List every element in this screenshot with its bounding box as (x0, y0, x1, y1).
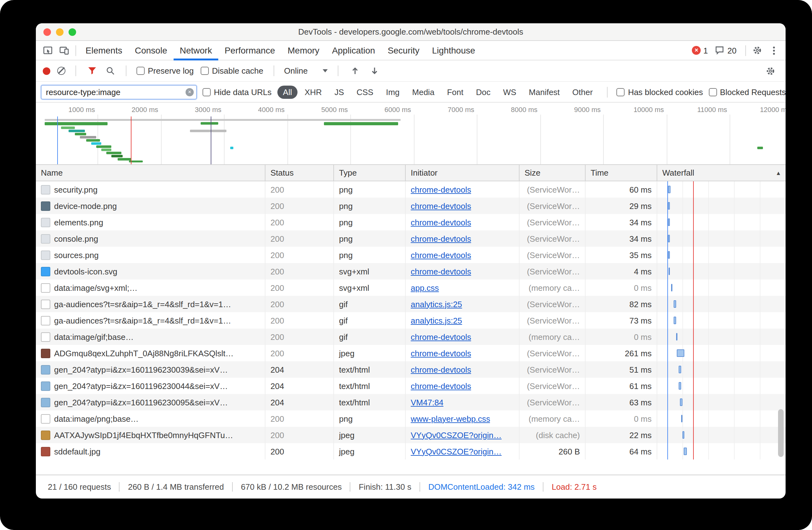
filter-pill-font[interactable]: Font (441, 85, 469, 98)
table-row[interactable]: security.png200pngchrome-devtools(Servic… (36, 181, 786, 198)
clear-filter-icon[interactable]: × (186, 88, 194, 96)
table-row[interactable]: gen_204?atyp=i&zx=1601196230044&sei=xV…2… (36, 378, 786, 394)
table-row[interactable]: ga-audiences?t=sr&aip=1&_r=4&slf_rd=1&v=… (36, 312, 786, 329)
network-settings-button[interactable] (762, 63, 779, 78)
ruler-label: 7000 ms (448, 106, 474, 113)
filter-pill-manifest[interactable]: Manifest (523, 85, 565, 98)
column-header-size[interactable]: Size (520, 165, 585, 181)
column-header-type[interactable]: Type (334, 165, 406, 181)
column-header-time[interactable]: Time (585, 165, 657, 181)
initiator-link[interactable]: chrome-devtools (411, 201, 471, 211)
filter-pill-css[interactable]: CSS (351, 85, 379, 98)
disable-cache-checkbox[interactable] (201, 67, 209, 75)
tab-security[interactable]: Security (381, 41, 426, 60)
table-row[interactable]: sddefault.jpg200jpegVYyQv0CSZOE?origin…2… (36, 443, 786, 460)
preserve-log-checkbox[interactable] (136, 67, 145, 75)
initiator-link[interactable]: chrome-devtools (411, 365, 471, 374)
device-toolbar-button[interactable] (56, 43, 72, 58)
blocked-requests-checkbox[interactable] (709, 88, 717, 96)
tab-lighthouse[interactable]: Lighthouse (426, 41, 481, 60)
divider (607, 86, 608, 97)
issues-button[interactable] (713, 43, 725, 58)
network-overview[interactable]: 1000 ms2000 ms3000 ms4000 ms5000 ms6000 … (36, 102, 786, 164)
initiator-link[interactable]: VYyQv0CSZOE?origin… (411, 430, 502, 440)
search-button[interactable] (104, 63, 116, 78)
initiator-link[interactable]: chrome-devtools (411, 218, 471, 227)
initiator-link[interactable]: chrome-devtools (411, 250, 471, 260)
filter-pill-other[interactable]: Other (567, 85, 598, 98)
initiator-link[interactable]: chrome-devtools (411, 348, 471, 358)
throttling-select[interactable]: Online (284, 66, 328, 75)
has-blocked-cookies-checkbox[interactable] (617, 88, 625, 96)
tab-performance[interactable]: Performance (218, 41, 281, 60)
column-header-status[interactable]: Status (265, 165, 334, 181)
table-row[interactable]: elements.png200pngchrome-devtools(Servic… (36, 214, 786, 231)
more-options-button[interactable] (766, 43, 782, 58)
minimize-button[interactable] (56, 28, 63, 36)
filter-pill-doc[interactable]: Doc (470, 85, 496, 98)
overview-bar (86, 139, 100, 142)
table-row[interactable]: devtools-icon.svg200svg+xmlchrome-devtoo… (36, 263, 786, 279)
table-row[interactable]: gen_204?atyp=i&zx=1601196230095&sei=xV…2… (36, 394, 786, 410)
clear-button[interactable] (57, 67, 66, 75)
initiator-link[interactable]: www-player-webp.css (411, 414, 490, 423)
filter-input[interactable] (41, 85, 197, 99)
type-cell: png (334, 247, 406, 263)
export-har-button[interactable] (368, 63, 380, 78)
table-row[interactable]: data:image/gif;base…200gifchrome-devtool… (36, 329, 786, 345)
initiator-link[interactable]: chrome-devtools (411, 267, 471, 276)
initiator-link[interactable]: chrome-devtools (411, 381, 471, 391)
initiator-link[interactable]: chrome-devtools (411, 234, 471, 243)
column-header-waterfall[interactable]: Waterfall▲ (657, 165, 786, 181)
tab-elements[interactable]: Elements (79, 41, 129, 60)
filter-toggle-button[interactable] (86, 63, 98, 78)
filter-pill-img[interactable]: Img (380, 85, 405, 98)
inspect-button[interactable] (40, 43, 56, 58)
request-name: data:image/gif;base… (54, 332, 134, 341)
table-row[interactable]: data:image/svg+xml;…200svg+xmlapp.css(me… (36, 279, 786, 296)
settings-button[interactable] (749, 43, 766, 58)
table-row[interactable]: device-mode.png200pngchrome-devtools(Ser… (36, 198, 786, 214)
time-cell: 0 ms (585, 279, 657, 296)
filter-input-wrap: × (41, 85, 197, 99)
size-cell: (ServiceWor… (520, 247, 585, 263)
vertical-scrollbar-thumb[interactable] (778, 409, 784, 457)
tab-network[interactable]: Network (173, 41, 218, 60)
table-row[interactable]: ga-audiences?t=sr&aip=1&_r=4&slf_rd=1&v=… (36, 296, 786, 312)
filter-pill-xhr[interactable]: XHR (299, 85, 328, 98)
hide-data-urls-checkbox[interactable] (203, 88, 211, 96)
table-row[interactable]: gen_204?atyp=i&zx=1601196230039&sei=xV…2… (36, 361, 786, 378)
close-button[interactable] (43, 28, 51, 36)
initiator-link[interactable]: analytics.js:25 (411, 299, 462, 309)
tab-memory[interactable]: Memory (281, 41, 326, 60)
error-badge-icon[interactable]: × (692, 46, 701, 55)
request-name: gen_204?atyp=i&zx=1601196230095&sei=xV… (54, 398, 228, 407)
table-row[interactable]: AATXAJywSIpD1jf4EbqHXTfbe0mnyHqGFNTu…200… (36, 427, 786, 443)
status-cell: 204 (265, 394, 334, 410)
initiator-link[interactable]: chrome-devtools (411, 185, 471, 194)
filter-pill-ws[interactable]: WS (497, 85, 522, 98)
table-row[interactable]: ADGmqu8qexLZuhphT_0Aj88Ng8riLFKASQlslt…2… (36, 345, 786, 361)
filter-pill-media[interactable]: Media (407, 85, 440, 98)
tab-application[interactable]: Application (326, 41, 381, 60)
table-row[interactable]: data:image/png;base…200pngwww-player-web… (36, 410, 786, 427)
record-button[interactable] (43, 67, 50, 74)
initiator-link[interactable]: chrome-devtools (411, 332, 471, 341)
zoom-button[interactable] (69, 28, 76, 36)
filter-pill-js[interactable]: JS (329, 85, 349, 98)
table-row[interactable]: console.png200pngchrome-devtools(Service… (36, 231, 786, 247)
column-header-name[interactable]: Name (36, 165, 265, 181)
initiator-link[interactable]: VYyQv0CSZOE?origin… (411, 447, 502, 456)
filter-pill-all[interactable]: All (277, 85, 298, 98)
import-har-button[interactable] (348, 63, 361, 78)
tab-console[interactable]: Console (129, 41, 174, 60)
column-header-initiator[interactable]: Initiator (406, 165, 520, 181)
throttling-value: Online (284, 66, 307, 75)
table-row[interactable]: sources.png200pngchrome-devtools(Service… (36, 247, 786, 263)
initiator-link[interactable]: app.css (411, 283, 439, 292)
initiator-link[interactable]: analytics.js:25 (411, 316, 462, 325)
name-cell: gen_204?atyp=i&zx=1601196230095&sei=xV… (36, 394, 265, 410)
disable-cache-control: Disable cache (201, 66, 263, 75)
initiator-link[interactable]: VM47:84 (411, 398, 444, 407)
initiator-cell: chrome-devtools (406, 198, 520, 214)
